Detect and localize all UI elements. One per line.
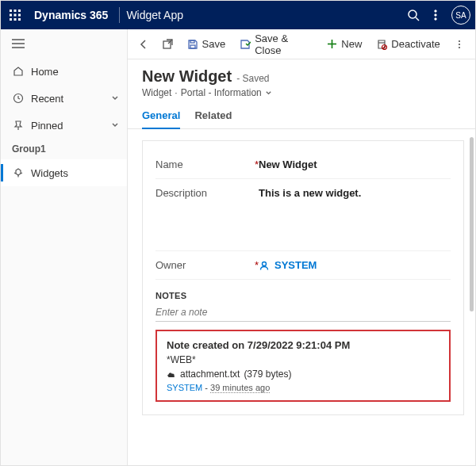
sidebar-item-label: Pinned [31,120,63,132]
svg-point-11 [435,10,436,12]
sidebar-item-widgets[interactable]: Widgets [1,159,127,186]
back-button[interactable] [132,32,155,56]
sidebar-item-pinned[interactable]: Pinned [1,112,127,139]
clock-icon [12,93,25,104]
command-bar: Save Save & Close New Deactivate [128,29,475,59]
deactivate-icon [376,39,387,50]
record-breadcrumb: Widget · Portal - Information [142,87,461,98]
note-attachment[interactable]: attachment.txt (379 bytes) [167,369,440,380]
app-name[interactable]: Widget App [126,9,183,21]
pin-icon [12,120,25,131]
user-avatar[interactable]: SA [451,6,470,25]
tab-related[interactable]: Related [194,109,232,128]
field-value-name[interactable]: New Widget [259,159,451,170]
svg-rect-4 [14,14,17,17]
entity-icon [12,167,25,178]
field-owner: Owner * SYSTEM [155,251,451,280]
person-icon [259,260,270,271]
chevron-down-icon [265,90,272,97]
owner-lookup[interactable]: SYSTEM [259,259,451,271]
sidebar-item-home[interactable]: Home [1,58,127,85]
note-body: *WEB* [167,354,440,365]
svg-rect-21 [190,45,195,48]
record-title: New Widget [142,67,232,86]
sidebar: Home Recent Pinned Group1 Widgets [1,29,128,465]
body: Home Recent Pinned Group1 Widgets [1,29,475,465]
sidebar-item-label: Widgets [31,167,68,179]
field-description: Description This is a new widget. [155,179,451,251]
form-scroll[interactable]: Name * New Widget Description This is a … [128,129,475,465]
app-root: Dynamics 365 Widget App SA Home Recent [0,0,476,466]
chevron-down-icon [111,94,119,102]
field-label: Owner [155,259,186,271]
field-name: Name * New Widget [155,151,451,179]
content: Save Save & Close New Deactivate [128,29,475,465]
deactivate-button[interactable]: Deactivate [370,32,446,56]
command-label: New [341,38,362,50]
topbar-divider [119,7,120,23]
save-close-icon [240,39,251,50]
sidebar-item-label: Home [31,66,59,78]
svg-point-27 [459,43,460,44]
svg-point-13 [435,18,436,20]
command-label: Deactivate [391,38,440,50]
svg-point-26 [459,40,460,41]
attachment-size: (379 bytes) [244,369,291,380]
note-timeago: 39 minutes ago [210,383,270,393]
record-entity: Widget [142,87,171,98]
svg-rect-7 [14,18,17,21]
topbar-more-icon[interactable] [424,4,447,26]
form-card: Name * New Widget Description This is a … [142,140,464,415]
record-form[interactable]: Portal - Information [181,87,262,98]
svg-rect-3 [10,14,12,17]
form-tabs: General Related [128,103,475,129]
attachment-icon [167,370,176,379]
note-title: Note created on 7/29/2022 9:21:04 PM [167,339,440,351]
note-author[interactable]: SYSTEM [167,383,202,392]
save-button[interactable]: Save [181,32,232,56]
svg-rect-5 [18,14,21,17]
svg-point-28 [459,46,460,48]
svg-rect-6 [10,18,12,21]
hamburger-icon[interactable] [1,29,127,58]
sidebar-item-recent[interactable]: Recent [1,85,127,112]
command-overflow-icon[interactable] [448,32,470,56]
save-close-button[interactable]: Save & Close [233,32,319,56]
record-save-status: - Saved [236,73,269,84]
svg-rect-0 [10,10,12,12]
note-input[interactable] [155,304,451,322]
field-label: Description [155,187,207,199]
app-launcher-icon[interactable] [6,6,25,25]
svg-point-9 [409,10,416,18]
attachment-name: attachment.txt [180,369,240,380]
user-initials: SA [455,11,466,20]
search-icon[interactable] [402,4,424,26]
new-button[interactable]: New [321,32,368,56]
svg-rect-2 [18,10,21,12]
field-value-description[interactable]: This is a new widget. [259,187,451,243]
home-icon [12,66,25,77]
sidebar-group-label: Group1 [1,139,127,159]
svg-point-29 [263,262,267,265]
global-topbar: Dynamics 365 Widget App SA [1,1,475,29]
owner-value: SYSTEM [274,259,317,271]
record-header: New Widget - Saved Widget · Portal - Inf… [128,59,475,103]
tab-general[interactable]: General [142,109,180,129]
svg-rect-1 [14,10,17,12]
chevron-down-icon [111,121,119,129]
save-icon [187,39,198,50]
brand-name: Dynamics 365 [29,9,113,21]
svg-point-12 [435,14,436,16]
note-meta: SYSTEM - 39 minutes ago [167,383,440,392]
svg-rect-20 [190,40,194,43]
svg-rect-8 [18,18,21,21]
command-label: Save & Close [255,32,313,56]
note-highlighted: Note created on 7/29/2022 9:21:04 PM *WE… [155,330,451,402]
open-new-window-icon[interactable] [156,32,178,56]
svg-line-10 [416,17,419,21]
notes-heading: NOTES [155,291,451,300]
scrollbar[interactable] [470,137,474,311]
sidebar-item-label: Recent [31,93,63,105]
plus-icon [327,39,337,49]
command-label: Save [202,38,226,50]
